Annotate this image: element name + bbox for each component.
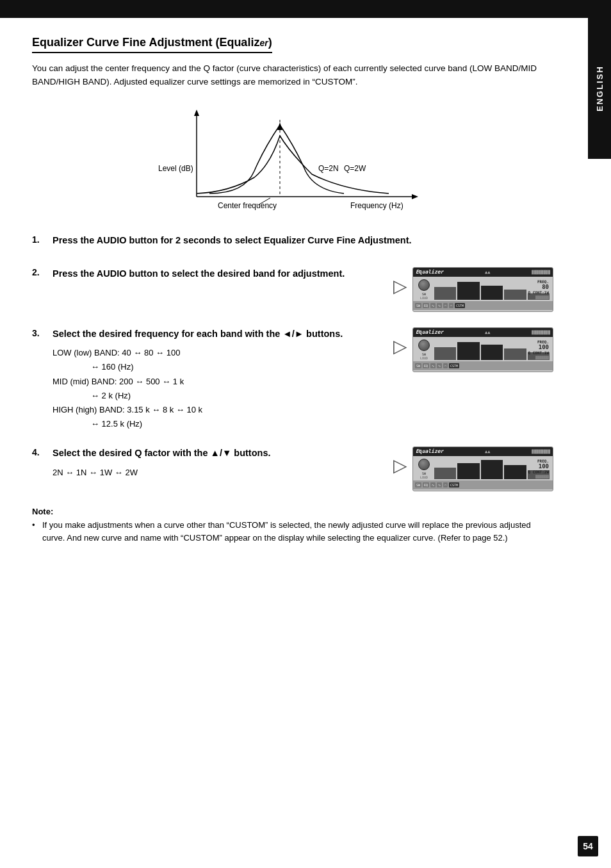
svg-marker-1 (194, 110, 199, 116)
eq-title-2: Equalizer (416, 329, 443, 335)
graph-container: Level (dB) Center frequency Frequency (H… (32, 101, 553, 216)
step-1-text: Press the AUDIO button for 2 seconds to … (53, 234, 553, 248)
step-4: 4. Select the desired Q factor with the … (32, 446, 553, 491)
eq-btn-1c: ⌒ (443, 303, 448, 308)
eq-bar-1c (481, 286, 503, 300)
eq-btn-sw-2: SW (415, 363, 421, 368)
eq-btn-3b: ∿ (437, 482, 442, 487)
eq-btn-sw-1: SW (415, 303, 421, 308)
step-3-detail-line2: ↔ 160 (Hz) (91, 362, 133, 372)
svg-text:Center frequency: Center frequency (218, 201, 277, 210)
eq-bar-1d (504, 290, 526, 300)
eq-wave-3: ▲▲ (485, 449, 490, 454)
eq-pattern-2: ▓▓▓▓▓▓▓ (528, 356, 549, 359)
note-text-1: If you make adjustments when a curve oth… (42, 519, 553, 545)
step-3-left: Select the desired frequency for each ba… (53, 327, 378, 431)
eq-knob-1 (418, 279, 430, 291)
step-4-right: ▷ Equalizer ▲▲ ▓▓▓▓▓▓▓▓ SW LOUD (393, 446, 553, 491)
main-content: Equalizer Curve Fine Adjustment (Equaliz… (0, 18, 611, 570)
eq-bar-1a (434, 287, 456, 300)
note-title: Note: (32, 507, 553, 516)
eq-btn-2a: ∿ (430, 363, 436, 368)
eq-knob-2 (418, 340, 430, 351)
step-4-left: Select the desired Q factor with the ▲/▼… (53, 446, 378, 480)
eq-freq-value-1: 80 (528, 284, 549, 290)
eq-stripe-1: ▓▓▓▓▓▓▓▓ (532, 270, 550, 274)
eq-stripe-3: ▓▓▓▓▓▓▓▓ (532, 449, 550, 454)
eq-controls-3: SW LOUD (415, 457, 433, 479)
step-2-right: ▷ Equalizer ▲▲ ▓▓▓▓▓▓▓▓ SW LOUD (393, 267, 553, 312)
svg-text:Q=2W: Q=2W (344, 164, 366, 173)
eq-body-3: SW LOUD FREQ. 100 (413, 456, 553, 480)
note-item-1: • If you make adjustments when a curve o… (32, 519, 553, 545)
eq-loud-3: LOUD (420, 475, 428, 479)
step-2: 2. Press the AUDIO button to select the … (32, 267, 553, 312)
eq-screen-1: Equalizer ▲▲ ▓▓▓▓▓▓▓▓ SW LOUD (412, 267, 553, 312)
eq-curve-graph: Level (dB) Center frequency Frequency (H… (145, 101, 440, 216)
step-3-right: ▷ Equalizer ▲▲ ▓▓▓▓▓▓▓▓ SW LOUD (393, 327, 553, 372)
eq-knob-3 (418, 459, 430, 470)
step-1-content: Press the AUDIO button for 2 seconds to … (53, 234, 553, 253)
step-2-arrow: ▷ (393, 275, 407, 297)
eq-freq-label-2: FREQ. (528, 340, 549, 344)
eq-btn-2c: ⌒ (443, 363, 448, 368)
eq-bar-3d (504, 465, 526, 479)
svg-marker-5 (277, 122, 282, 130)
step-3-number: 3. (32, 327, 50, 338)
eq-freq-display-2: FREQ. 100 Q CONT:1W ▓▓▓▓▓▓▓ (528, 340, 549, 359)
eq-pattern-3: ▓▓▓▓▓▓▓ (528, 475, 549, 479)
eq-bar-2c (481, 345, 503, 360)
eq-bars-area-3: FREQ. 100 Q CONT:2W ▓▓▓▓▓▓▓ (433, 457, 551, 479)
eq-top-bar-1: Equalizer ▲▲ ▓▓▓▓▓▓▓▓ (413, 268, 553, 277)
eq-bar-3c (481, 460, 503, 479)
eq-body-1: SW LOUD FREQ. 80 (413, 277, 553, 301)
eq-freq-value-3: 100 (528, 463, 549, 470)
step-1: 1. Press the AUDIO button for 2 seconds … (32, 234, 553, 253)
eq-controls-1: SW LOUD (415, 278, 433, 300)
eq-bars-area-1: FREQ. 80 Q CONT:1W ▓▓▓▓▓▓▓ (433, 278, 551, 300)
page-number: 54 (578, 836, 598, 856)
eq-btn-cstm-3: CSTM (449, 482, 459, 487)
eq-screen-3: Equalizer ▲▲ ▓▓▓▓▓▓▓▓ SW LOUD (412, 446, 553, 491)
step-2-text: Press the AUDIO button to select the des… (53, 267, 378, 281)
eq-bars-area-2: FREQ. 100 Q CONT:1W ▓▓▓▓▓▓▓ (433, 338, 551, 360)
eq-freq-value-2: 100 (528, 344, 549, 350)
eq-btn-3c: ⌒ (443, 482, 448, 487)
title-text: Equalizer Curve Fine Adjustment (Equaliz… (32, 36, 272, 49)
step-2-left: Press the AUDIO button to select the des… (53, 267, 378, 286)
eq-freq-display-1: FREQ. 80 Q CONT:1W ▓▓▓▓▓▓▓ (528, 279, 549, 299)
eq-bar-1b (457, 282, 479, 300)
eq-freq-label-3: FREQ. (528, 459, 549, 463)
step-4-arrow: ▷ (393, 455, 407, 476)
eq-btn-eq-1: EQ (423, 303, 429, 308)
svg-text:Level (dB): Level (dB) (158, 164, 193, 173)
step-3-detail-line6: ↔ 12.5 k (Hz) (91, 419, 142, 429)
eq-top-bar-2: Equalizer ▲▲ ▓▓▓▓▓▓▓▓ (413, 328, 553, 337)
eq-stripe-2: ▓▓▓▓▓▓▓▓ (532, 330, 550, 334)
eq-wave-1: ▲▲ (485, 270, 490, 275)
eq-controls-2: SW LOUD (415, 338, 433, 360)
eq-body-2: SW LOUD FREQ. 100 (413, 337, 553, 361)
eq-bar-2d (504, 348, 526, 360)
eq-btn-cstm-1: CSTM (455, 303, 465, 308)
eq-qcont-2: Q CONT:1W (528, 350, 549, 355)
step-4-detail: 2N ↔ 1N ↔ 1W ↔ 2W (53, 466, 378, 480)
eq-bar-3b (457, 463, 479, 479)
step-3-arrow: ▷ (393, 336, 407, 357)
note-bullet-1: • (32, 519, 38, 532)
step-4-number: 4. (32, 446, 50, 457)
eq-qcont-3: Q CONT:2W (528, 470, 549, 474)
step-3-detail-line4: ↔ 2 k (Hz) (91, 391, 131, 400)
eq-freq-display-3: FREQ. 100 Q CONT:2W ▓▓▓▓▓▓▓ (528, 459, 549, 479)
step-1-number: 1. (32, 234, 50, 245)
eq-bar-2b (457, 342, 479, 360)
eq-btn-eq-3: EQ (423, 482, 429, 487)
step-4-text: Select the desired Q factor with the ▲/▼… (53, 446, 378, 461)
eq-qcont-1: Q CONT:1W (528, 290, 549, 295)
note-section: Note: • If you make adjustments when a c… (32, 507, 553, 545)
top-bar (0, 0, 611, 18)
step-3-detail: LOW (low) BAND: 40 ↔ 80 ↔ 100 ↔ 160 (Hz)… (53, 346, 378, 431)
svg-marker-3 (412, 194, 418, 199)
eq-btn-2b: ∿ (437, 363, 442, 368)
page-title: Equalizer Curve Fine Adjustment (Equaliz… (32, 36, 272, 53)
